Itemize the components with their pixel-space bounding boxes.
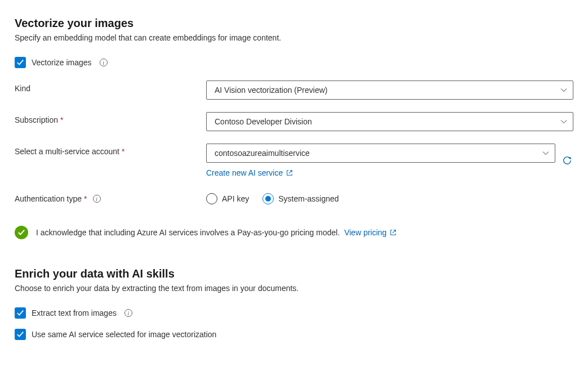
auth-info-icon[interactable]: i bbox=[93, 195, 101, 203]
chevron-down-icon bbox=[560, 87, 567, 93]
section2-subtitle: Choose to enrich your data by extracting… bbox=[15, 284, 573, 293]
subscription-select[interactable]: Contoso Developer Division bbox=[206, 112, 573, 131]
extract-text-label: Extract text from images bbox=[32, 308, 117, 318]
auth-api-key-radio[interactable]: API key bbox=[206, 193, 249, 204]
auth-system-assigned-radio[interactable]: System-assigned bbox=[262, 193, 338, 204]
vectorize-info-icon[interactable]: i bbox=[100, 59, 108, 66]
extract-text-checkbox[interactable] bbox=[15, 307, 26, 319]
kind-select[interactable]: AI Vision vectorization (Preview) bbox=[206, 81, 573, 100]
auth-api-key-label: API key bbox=[222, 194, 249, 203]
check-icon bbox=[17, 229, 25, 236]
kind-label: Kind bbox=[15, 81, 206, 93]
acknowledge-checkbox[interactable] bbox=[15, 226, 28, 239]
vectorize-images-label: Vectorize images bbox=[32, 58, 92, 67]
kind-value: AI Vision vectorization (Preview) bbox=[215, 86, 327, 95]
acknowledge-text: I acknowledge that including Azure AI se… bbox=[36, 228, 397, 237]
refresh-icon bbox=[562, 155, 572, 166]
external-link-icon bbox=[286, 169, 293, 176]
check-icon bbox=[16, 309, 24, 317]
same-service-checkbox[interactable] bbox=[15, 329, 26, 340]
check-icon bbox=[16, 59, 24, 66]
section2-title: Enrich your data with AI skills bbox=[15, 267, 573, 280]
extract-info-icon[interactable]: i bbox=[124, 309, 132, 317]
view-pricing-link[interactable]: View pricing bbox=[344, 228, 397, 237]
auth-type-label: Authentication type* i bbox=[15, 194, 206, 203]
account-select[interactable]: contosoazureaimultiservice bbox=[206, 144, 555, 163]
external-link-icon bbox=[390, 229, 397, 236]
same-service-label: Use same AI service selected for image v… bbox=[32, 330, 216, 339]
account-value: contosoazureaimultiservice bbox=[215, 149, 310, 158]
auth-system-assigned-label: System-assigned bbox=[278, 194, 338, 203]
check-icon bbox=[16, 330, 24, 338]
chevron-down-icon bbox=[542, 150, 549, 157]
section1-subtitle: Specify an embedding model that can crea… bbox=[15, 33, 573, 42]
subscription-label: Subscription* bbox=[15, 112, 206, 124]
account-label: Select a multi-service account* bbox=[15, 144, 206, 156]
create-ai-service-link[interactable]: Create new AI service bbox=[206, 168, 555, 177]
chevron-down-icon bbox=[560, 118, 567, 125]
section1-title: Vectorize your images bbox=[15, 17, 573, 30]
vectorize-images-checkbox[interactable] bbox=[15, 57, 26, 68]
subscription-value: Contoso Developer Division bbox=[215, 117, 312, 126]
refresh-account-button[interactable] bbox=[561, 154, 573, 167]
